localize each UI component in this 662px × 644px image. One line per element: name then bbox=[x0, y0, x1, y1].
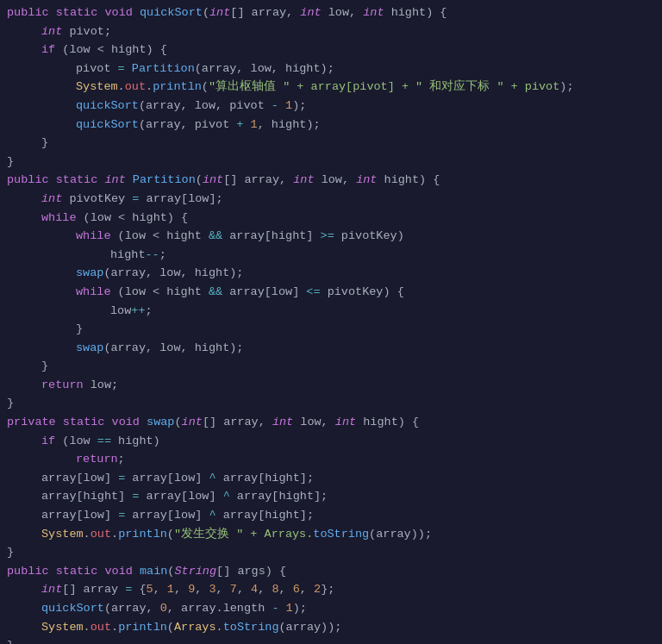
code-line: } bbox=[0, 636, 662, 644]
code-line: quickSort(array, pivot + 1, hight); bbox=[0, 116, 662, 134]
code-line: public static void quickSort(int[] array… bbox=[0, 3, 662, 22]
code-line: } bbox=[0, 153, 662, 172]
code-line: while (low < hight && array[hight] >= pi… bbox=[0, 227, 662, 246]
code-line: while (low < hight && array[low] <= pivo… bbox=[0, 283, 662, 302]
code-line: pivot = Partition(array, low, hight); bbox=[0, 59, 662, 78]
code-line: } bbox=[0, 357, 662, 376]
code-line: System.out.println("发生交换 " + Arrays.toSt… bbox=[0, 525, 662, 544]
code-line: public static int Partition(int[] array,… bbox=[0, 171, 662, 190]
code-line: while (low < hight) { bbox=[0, 209, 662, 228]
code-line: int pivotKey = array[low]; bbox=[0, 190, 662, 209]
code-editor: public static void quickSort(int[] array… bbox=[0, 0, 662, 644]
code-line: int[] array = {5, 1, 9, 3, 7, 4, 8, 6, 2… bbox=[0, 580, 662, 599]
code-line: array[hight] = array[low] ^ array[hight]… bbox=[0, 487, 662, 506]
code-line: quickSort(array, 0, array.length - 1); bbox=[0, 599, 662, 618]
code-line: if (low < hight) { bbox=[0, 41, 662, 59]
code-line: private static void swap(int[] array, in… bbox=[0, 413, 662, 432]
code-line: array[low] = array[low] ^ array[hight]; bbox=[0, 469, 662, 488]
code-line: } bbox=[0, 320, 662, 339]
code-line: int pivot; bbox=[0, 22, 662, 41]
code-line: return; bbox=[0, 450, 662, 469]
code-line: quickSort(array, low, pivot - 1); bbox=[0, 97, 662, 116]
code-line: } bbox=[0, 394, 662, 413]
code-line: swap(array, low, hight); bbox=[0, 339, 662, 358]
code-line: } bbox=[0, 543, 662, 562]
code-line: array[low] = array[low] ^ array[hight]; bbox=[0, 506, 662, 525]
code-line: System.out.println("算出枢轴值 " + array[pivo… bbox=[0, 78, 662, 97]
code-line: System.out.println(Arrays.toString(array… bbox=[0, 618, 662, 637]
code-line: } bbox=[0, 134, 662, 153]
code-line: return low; bbox=[0, 376, 662, 395]
code-line: hight--; bbox=[0, 246, 662, 265]
code-line: public static void main(String[] args) { bbox=[0, 562, 662, 581]
code-line: low++; bbox=[0, 302, 662, 321]
code-line: if (low == hight) bbox=[0, 432, 662, 451]
code-line: swap(array, low, hight); bbox=[0, 264, 662, 283]
